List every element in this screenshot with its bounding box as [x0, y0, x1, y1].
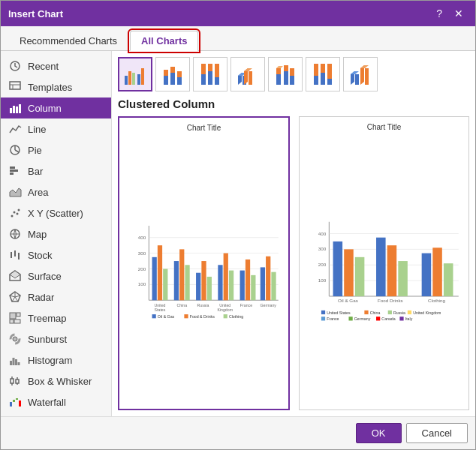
help-button[interactable]: ?	[432, 7, 447, 20]
sidebar-item-scatter[interactable]: X Y (Scatter)	[1, 202, 111, 224]
svg-marker-101	[351, 71, 359, 74]
svg-rect-165	[432, 248, 442, 296]
cancel-button[interactable]: Cancel	[406, 423, 468, 443]
tab-all-charts[interactable]: All Charts	[130, 31, 198, 51]
svg-rect-55	[13, 400, 15, 402]
sidebar-item-radar[interactable]: Radar	[1, 286, 111, 308]
svg-rect-121	[185, 265, 189, 300]
svg-rect-57	[19, 400, 21, 406]
column-icon	[8, 101, 22, 115]
svg-rect-70	[164, 70, 168, 76]
svg-rect-174	[388, 310, 392, 314]
svg-point-17	[17, 213, 19, 215]
svg-rect-38	[10, 313, 16, 319]
title-bar: Insert Chart ? ✕	[1, 1, 475, 26]
svg-rect-49	[11, 379, 14, 383]
svg-text:Food Drinks: Food Drinks	[378, 298, 403, 303]
sidebar-item-bar[interactable]: Bar	[1, 160, 111, 182]
sunburst-icon	[8, 332, 22, 346]
chart-icon-3d-100-stacked-column[interactable]	[306, 57, 340, 92]
svg-text:Germany: Germany	[260, 303, 276, 308]
svg-rect-172	[364, 310, 368, 314]
svg-text:Russia: Russia	[197, 303, 209, 308]
sidebar-item-map[interactable]: Map	[1, 224, 111, 244]
svg-rect-131	[261, 267, 265, 300]
sidebar-label-area: Area	[28, 187, 48, 198]
svg-rect-99	[327, 64, 332, 79]
svg-text:Russia: Russia	[393, 310, 405, 315]
sidebar-label-sunburst: Sunburst	[28, 334, 67, 345]
svg-rect-158	[333, 242, 343, 296]
sidebar-item-waterfall[interactable]: Waterfall	[1, 392, 111, 412]
svg-rect-91	[284, 65, 288, 71]
svg-rect-6	[16, 106, 18, 113]
svg-text:France: France	[327, 316, 339, 321]
svg-rect-161	[376, 238, 386, 296]
svg-marker-31	[10, 271, 20, 278]
footer: OK Cancel	[1, 416, 475, 449]
svg-text:300: 300	[318, 246, 327, 251]
histogram-icon	[8, 353, 22, 367]
chart-icon-clustered-column[interactable]	[118, 57, 152, 92]
area-icon	[8, 185, 22, 199]
sidebar-label-line: Line	[28, 124, 47, 135]
svg-rect-124	[207, 277, 212, 300]
close-button[interactable]: ✕	[450, 7, 468, 20]
svg-rect-68	[141, 68, 144, 85]
svg-text:States: States	[155, 308, 166, 312]
svg-rect-71	[170, 73, 175, 85]
sidebar-item-line[interactable]: Line	[1, 118, 111, 140]
sidebar-item-stock[interactable]: Stock	[1, 244, 111, 266]
sidebar-item-histogram[interactable]: Histogram	[1, 350, 111, 370]
svg-text:Food & Drinks: Food & Drinks	[190, 314, 215, 319]
chart-preview-2[interactable]: Chart Title 100 200 300	[299, 116, 469, 410]
sidebar-item-recent[interactable]: Recent	[1, 56, 111, 76]
svg-rect-117	[158, 245, 162, 300]
chart-icon-3d-stacked-column[interactable]	[268, 57, 303, 92]
svg-rect-74	[177, 71, 182, 77]
tab-recommended[interactable]: Recommended Charts	[8, 31, 128, 51]
sidebar-label-stock: Stock	[28, 250, 53, 261]
svg-rect-105	[365, 68, 369, 85]
svg-rect-123	[201, 261, 206, 300]
templates-icon	[8, 80, 22, 94]
svg-rect-13	[10, 172, 14, 175]
sidebar-label-waterfall: Waterfall	[28, 397, 66, 408]
sidebar-label-scatter: X Y (Scatter)	[28, 208, 83, 219]
sidebar-item-boxwhisker[interactable]: Box & Whisker	[1, 370, 111, 392]
chart-preview-1[interactable]: Chart Title 100 200 300	[118, 116, 290, 410]
svg-rect-116	[152, 257, 157, 300]
svg-rect-52	[16, 380, 19, 383]
svg-rect-64	[125, 76, 128, 85]
svg-rect-78	[208, 64, 212, 71]
title-bar-controls: ? ✕	[432, 7, 468, 20]
chart-icon-stacked-column[interactable]	[155, 57, 190, 92]
svg-rect-88	[276, 68, 281, 74]
svg-rect-163	[398, 261, 408, 296]
chart-icon-100-stacked-column[interactable]	[193, 57, 227, 92]
svg-rect-66	[132, 73, 135, 85]
svg-rect-54	[10, 402, 12, 406]
sidebar-item-column[interactable]: Column	[1, 98, 111, 118]
chart-icon-3d-column[interactable]	[343, 57, 378, 92]
sidebar-item-templates[interactable]: Templates	[1, 76, 111, 98]
svg-text:United States: United States	[327, 310, 351, 315]
svg-text:Italy: Italy	[405, 316, 413, 321]
svg-rect-41	[14, 320, 20, 323]
sidebar-item-treemap[interactable]: Treemap	[1, 308, 111, 328]
ok-button[interactable]: OK	[356, 423, 402, 443]
svg-rect-122	[196, 273, 200, 301]
svg-rect-5	[13, 106, 15, 113]
svg-line-36	[12, 297, 15, 302]
svg-text:100: 100	[138, 281, 146, 286]
sidebar-item-surface[interactable]: Surface	[1, 266, 111, 286]
sidebar-item-sunburst[interactable]: Sunburst	[1, 328, 111, 350]
chart-type-icons-row	[118, 57, 469, 92]
chart-icon-3d-clustered-column[interactable]	[230, 57, 265, 92]
svg-rect-126	[224, 254, 228, 301]
surface-icon	[8, 269, 22, 283]
sidebar-item-pie[interactable]: Pie	[1, 140, 111, 160]
sidebar-item-area[interactable]: Area	[1, 182, 111, 202]
svg-marker-85	[244, 68, 252, 71]
svg-text:Canada: Canada	[381, 316, 395, 321]
